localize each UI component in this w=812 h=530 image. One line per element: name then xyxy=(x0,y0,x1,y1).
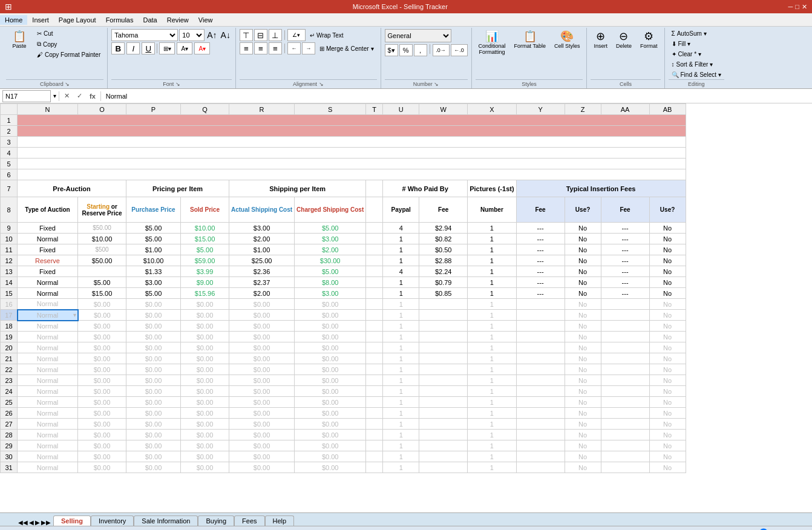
align-bottom-btn[interactable]: ⊥ xyxy=(269,29,282,41)
r16-sold[interactable]: $0.00 xyxy=(181,299,229,310)
r16-num[interactable]: 1 xyxy=(468,299,516,310)
r11-sub[interactable]: No xyxy=(649,244,686,255)
tab-fees[interactable]: Fees xyxy=(234,515,264,526)
tab-sale-information[interactable]: Sale Information xyxy=(134,515,198,526)
menu-page-layout[interactable]: Page Layout xyxy=(54,15,101,25)
r17-chg-ship[interactable]: $0.00 xyxy=(295,310,366,321)
r10-fee[interactable]: $0.82 xyxy=(419,234,468,244)
decrease-font-btn[interactable]: A↓ xyxy=(220,30,232,40)
r11-reserve[interactable]: $500 xyxy=(78,244,126,255)
italic-button[interactable]: I xyxy=(126,42,140,54)
align-center-btn[interactable]: ≡ xyxy=(254,42,267,54)
cell-reference-input[interactable] xyxy=(2,90,51,102)
scroll-tab-right[interactable]: ▶ xyxy=(35,519,40,526)
maximize-btn[interactable]: □ xyxy=(795,3,799,11)
r10-reserve[interactable]: $10.00 xyxy=(78,234,126,244)
font-color-button[interactable]: A▾ xyxy=(194,42,210,54)
r17-paypal[interactable]: 1 xyxy=(383,310,419,321)
font-name-select[interactable]: Tahoma xyxy=(111,29,178,41)
col-header-o[interactable]: O xyxy=(78,104,126,115)
tab-selling[interactable]: Selling xyxy=(53,515,91,526)
r16-purchase[interactable]: $0.00 xyxy=(126,299,181,310)
r12-paypal[interactable]: 1 xyxy=(383,255,419,266)
r10-paypal[interactable]: 1 xyxy=(383,234,419,244)
r11-chg-ship[interactable]: $2.00 xyxy=(295,244,366,255)
formula-input[interactable] xyxy=(103,90,810,102)
r9-type[interactable]: Fixed xyxy=(18,223,78,234)
confirm-input-btn[interactable]: ✓ xyxy=(74,92,85,100)
zoom-slider[interactable] xyxy=(750,528,799,531)
r15-act-ship[interactable]: $2.00 xyxy=(229,288,295,299)
sort-filter-button[interactable]: ↕ Sort & Filter ▾ xyxy=(669,60,724,69)
align-middle-btn[interactable]: ⊟ xyxy=(254,29,267,41)
r9-chg-ship[interactable]: $5.00 xyxy=(295,223,366,234)
row-11-header[interactable]: 11 xyxy=(1,244,18,255)
r14-paypal[interactable]: 1 xyxy=(383,277,419,288)
r14-f035[interactable]: --- xyxy=(601,277,649,288)
r17-act-ship[interactable]: $0.00 xyxy=(229,310,295,321)
col-header-ab[interactable]: AB xyxy=(649,104,686,115)
format-as-table-button[interactable]: 📋 Format Table xyxy=(511,29,549,51)
r15-paypal[interactable]: 1 xyxy=(383,288,419,299)
r14-num[interactable]: 1 xyxy=(468,277,516,288)
row-12-header[interactable]: 12 xyxy=(1,255,18,266)
col-header-x[interactable]: X xyxy=(468,104,516,115)
row-1-header[interactable]: 1 xyxy=(1,115,18,126)
r12-sold[interactable]: $59.00 xyxy=(181,255,229,266)
row-15-header[interactable]: 15 xyxy=(1,288,18,299)
r11-gplus[interactable]: No xyxy=(565,244,601,255)
r16-gplus[interactable]: No xyxy=(565,299,601,310)
r16-paypal[interactable]: 1 xyxy=(383,299,419,310)
r11-f035[interactable]: --- xyxy=(601,244,649,255)
r13-reserve[interactable] xyxy=(78,266,126,277)
col-header-s[interactable]: S xyxy=(295,104,366,115)
font-size-select[interactable]: 10 xyxy=(179,29,205,41)
r13-purchase[interactable]: $1.33 xyxy=(126,266,181,277)
r12-act-ship[interactable]: $25.00 xyxy=(229,255,295,266)
increase-decimal-btn[interactable]: .0→ xyxy=(433,44,450,56)
r13-paypal[interactable]: 4 xyxy=(383,266,419,277)
r15-sold[interactable]: $15.96 xyxy=(181,288,229,299)
r13-sub[interactable]: No xyxy=(649,266,686,277)
scroll-tab-left[interactable]: ◀ xyxy=(29,519,34,526)
r11-type[interactable]: Fixed xyxy=(18,244,78,255)
currency-btn[interactable]: $▾ xyxy=(385,44,398,56)
row-5-header[interactable]: 5 xyxy=(1,159,18,169)
r13-chg-ship[interactable]: $5.00 xyxy=(295,266,366,277)
r9-act-ship[interactable]: $3.00 xyxy=(229,223,295,234)
r12-num[interactable]: 1 xyxy=(468,255,516,266)
r15-chg-ship[interactable]: $3.00 xyxy=(295,288,366,299)
col-header-z[interactable]: Z xyxy=(565,104,601,115)
col-header-w[interactable]: W xyxy=(419,104,468,115)
r10-type[interactable]: Normal xyxy=(18,234,78,244)
menu-data[interactable]: Data xyxy=(138,15,162,25)
r15-num[interactable]: 1 xyxy=(468,288,516,299)
r13-gplus[interactable]: No xyxy=(565,266,601,277)
copy-button[interactable]: ⧉ Copy xyxy=(34,39,103,49)
indent-decrease-btn[interactable]: ← xyxy=(287,42,301,54)
comma-btn[interactable]: , xyxy=(414,44,427,56)
menu-insert[interactable]: Insert xyxy=(27,15,54,25)
r14-chg-ship[interactable]: $8.00 xyxy=(295,277,366,288)
row-2-header[interactable]: 2 xyxy=(1,126,18,137)
align-right-btn[interactable]: ≡ xyxy=(269,42,282,54)
r15-fee[interactable]: $0.85 xyxy=(419,288,468,299)
r9-purchase[interactable]: $5.00 xyxy=(126,223,181,234)
r10-gplus[interactable]: No xyxy=(565,234,601,244)
r9-f015[interactable]: --- xyxy=(516,223,565,234)
r17-reserve[interactable]: $0.00 xyxy=(78,310,126,321)
r13-fee[interactable]: $2.24 xyxy=(419,266,468,277)
r11-fee[interactable]: $0.50 xyxy=(419,244,468,255)
r14-reserve[interactable]: $5.00 xyxy=(78,277,126,288)
col-header-r[interactable]: R xyxy=(229,104,295,115)
scroll-tabs-right[interactable]: ▶▶ xyxy=(41,519,51,526)
r15-type[interactable]: Normal xyxy=(18,288,78,299)
r9-reserve[interactable]: $50.00 xyxy=(78,223,126,234)
r9-sub[interactable]: No xyxy=(649,223,686,234)
paste-button[interactable]: 📋 Paste xyxy=(6,29,33,51)
r12-chg-ship[interactable]: $30.00 xyxy=(295,255,366,266)
r12-fee[interactable]: $2.88 xyxy=(419,255,468,266)
cancel-input-btn[interactable]: ✕ xyxy=(62,92,72,100)
col-header-y[interactable]: Y xyxy=(516,104,565,115)
conditional-formatting-button[interactable]: 📊 ConditionalFormatting xyxy=(476,29,509,57)
